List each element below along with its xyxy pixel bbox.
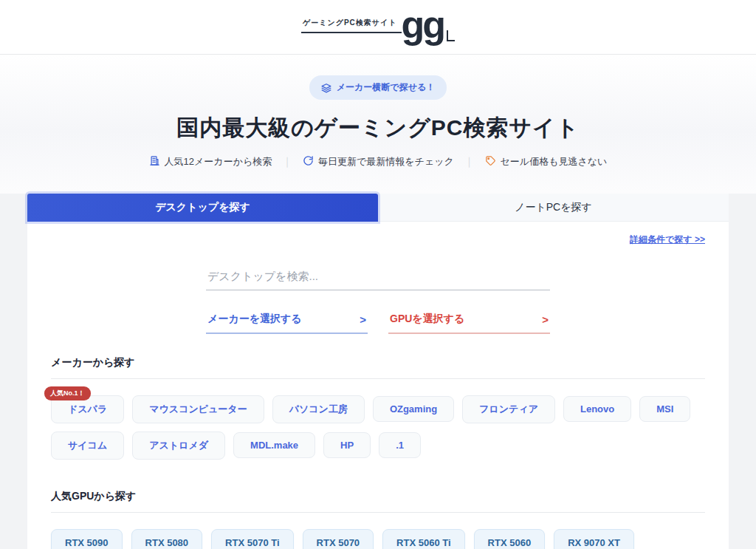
gpu-chip[interactable]: RTX 5080 bbox=[131, 529, 203, 549]
gpu-chip[interactable]: RTX 5060 bbox=[474, 529, 546, 549]
maker-chip[interactable]: .1 bbox=[379, 432, 421, 458]
feature-label: 毎日更新で最新情報をチェック bbox=[318, 155, 454, 168]
gpu-select-label: GPUを選択する bbox=[390, 313, 464, 326]
feature-item: セール価格も見逃さない bbox=[485, 155, 608, 168]
desktop-search-panel: 詳細条件で探す >> メーカーを選択する > GPUを選択する > メーカーから… bbox=[27, 222, 729, 549]
tab-bar: デスクトップを探すノートPCを探す bbox=[27, 194, 729, 222]
gpu-chip-list: RTX 5090RTX 5080RTX 5070 TiRTX 5070RTX 5… bbox=[51, 529, 705, 549]
logo-text: gg bbox=[402, 11, 444, 38]
maker-chip[interactable]: パソコン工房 bbox=[272, 395, 365, 423]
divider bbox=[51, 512, 705, 513]
building-icon bbox=[149, 155, 160, 168]
maker-chip-list: 人気No.1！ドスパラマウスコンピューターパソコン工房OZgamingフロンティ… bbox=[51, 395, 705, 468]
maker-chip-holder: 人気No.1！ドスパラ bbox=[51, 395, 132, 432]
divider bbox=[51, 378, 705, 379]
feature-label: 人気12メーカーから検索 bbox=[165, 155, 272, 168]
refresh-icon bbox=[303, 155, 314, 168]
logo-corner-mark-icon bbox=[447, 30, 455, 41]
maker-select[interactable]: メーカーを選択する > bbox=[206, 307, 368, 334]
select-row: メーカーを選択する > GPUを選択する > bbox=[206, 307, 550, 334]
maker-select-arrow-icon: > bbox=[360, 313, 366, 326]
search-card: デスクトップを探すノートPCを探す 詳細条件で探す >> メーカーを選択する >… bbox=[27, 194, 729, 549]
popularity-no1-badge: 人気No.1！ bbox=[44, 386, 91, 400]
cross-maker-badge: メーカー横断で探せる！ bbox=[309, 75, 447, 100]
gpu-chip[interactable]: RTX 5070 bbox=[303, 529, 374, 549]
gpu-chip[interactable]: RTX 5070 Ti bbox=[211, 529, 293, 549]
feature-label: セール価格も見逃さない bbox=[501, 155, 608, 168]
logo-tagline: ゲーミングPC検索サイト bbox=[301, 18, 402, 33]
site-logo[interactable]: ゲーミングPC検索サイト gg bbox=[301, 11, 455, 43]
maker-select-label: メーカーを選択する bbox=[207, 313, 302, 326]
feature-list: 人気12メーカーから検索｜毎日更新で最新情報をチェック｜セール価格も見逃さない bbox=[0, 155, 756, 168]
maker-chip[interactable]: サイコム bbox=[51, 432, 124, 460]
feature-item: 人気12メーカーから検索 bbox=[149, 155, 272, 168]
maker-section: メーカーから探す 人気No.1！ドスパラマウスコンピューターパソコン工房OZga… bbox=[51, 356, 705, 468]
cross-maker-badge-label: メーカー横断で探せる！ bbox=[337, 81, 435, 94]
maker-chip[interactable]: MSI bbox=[639, 396, 690, 422]
gpu-section-title: 人気GPUから探す bbox=[51, 490, 705, 503]
maker-chip[interactable]: Lenovo bbox=[563, 396, 631, 422]
gpu-section: 人気GPUから探す RTX 5090RTX 5080RTX 5070 TiRTX… bbox=[51, 490, 705, 549]
site-header: ゲーミングPC検索サイト gg bbox=[0, 0, 756, 55]
gpu-chip[interactable]: RTX 5090 bbox=[51, 529, 123, 549]
maker-chip[interactable]: MDL.make bbox=[233, 432, 315, 458]
gpu-chip[interactable]: RX 9070 XT bbox=[554, 529, 634, 549]
maker-chip[interactable]: アストロメダ bbox=[132, 432, 225, 460]
tag-icon bbox=[485, 155, 496, 168]
feature-separator: ｜ bbox=[464, 155, 475, 168]
hero-section: メーカー横断で探せる！ 国内最大級のゲーミングPC検索サイト 人気12メーカーか… bbox=[0, 55, 756, 194]
maker-chip[interactable]: HP bbox=[323, 432, 371, 458]
maker-chip[interactable]: OZgaming bbox=[373, 396, 454, 422]
gpu-select-arrow-icon: > bbox=[542, 313, 549, 326]
feature-item: 毎日更新で最新情報をチェック bbox=[303, 155, 454, 168]
tab-desktop[interactable]: デスクトップを探す bbox=[27, 194, 378, 222]
feature-separator: ｜ bbox=[282, 155, 292, 168]
maker-chip[interactable]: マウスコンピューター bbox=[132, 395, 264, 423]
maker-chip[interactable]: フロンティア bbox=[462, 395, 555, 423]
advanced-search-link[interactable]: 詳細条件で探す >> bbox=[630, 234, 705, 245]
gpu-select[interactable]: GPUを選択する > bbox=[388, 307, 550, 334]
maker-section-title: メーカーから探す bbox=[51, 356, 705, 369]
tab-notebook[interactable]: ノートPCを探す bbox=[378, 194, 729, 222]
layers-icon bbox=[321, 83, 331, 93]
gpu-chip[interactable]: RTX 5060 Ti bbox=[382, 529, 464, 549]
page-title: 国内最大級のゲーミングPC検索サイト bbox=[0, 113, 756, 143]
desktop-search-input[interactable] bbox=[206, 265, 550, 290]
